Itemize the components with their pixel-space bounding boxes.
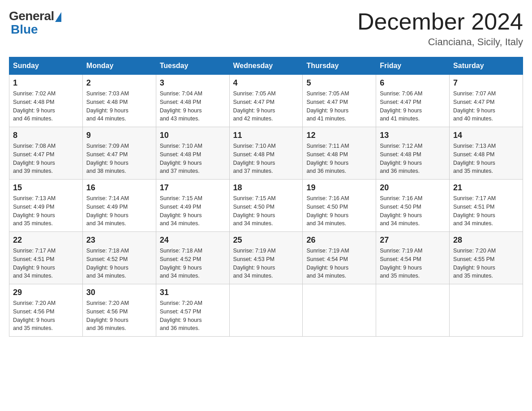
day-info: Sunrise: 7:11 AMSunset: 4:48 PMDaylight:… [306,142,372,176]
day-info: Sunrise: 7:19 AMSunset: 4:54 PMDaylight:… [380,247,446,280]
day-number: 12 [306,131,372,140]
day-number: 5 [306,78,372,88]
calendar-day-cell: 22Sunrise: 7:17 AMSunset: 4:51 PMDayligh… [9,232,83,284]
day-info: Sunrise: 7:18 AMSunset: 4:52 PMDaylight:… [160,247,226,280]
calendar-day-cell: 15Sunrise: 7:13 AMSunset: 4:49 PMDayligh… [9,180,83,232]
logo-general-text: General [9,9,54,23]
weekday-header-wednesday: Wednesday [229,57,303,75]
day-info: Sunrise: 7:17 AMSunset: 4:51 PMDaylight:… [13,247,79,280]
calendar-header-row: SundayMondayTuesdayWednesdayThursdayFrid… [9,57,523,75]
day-info: Sunrise: 7:17 AMSunset: 4:51 PMDaylight:… [453,194,519,228]
location-title: Cianciana, Sicily, Italy [357,36,523,48]
weekday-header-saturday: Saturday [450,57,523,75]
calendar-table: SundayMondayTuesdayWednesdayThursdayFrid… [9,57,523,337]
page-header: General Blue December 2024 Cianciana, Si… [9,9,523,48]
day-info: Sunrise: 7:13 AMSunset: 4:48 PMDaylight:… [453,142,519,176]
calendar-day-cell: 14Sunrise: 7:13 AMSunset: 4:48 PMDayligh… [450,127,523,180]
day-number: 14 [453,131,519,140]
calendar-day-cell: 7Sunrise: 7:07 AMSunset: 4:47 PMDaylight… [450,75,523,127]
day-number: 20 [380,183,446,193]
empty-cell [303,284,376,337]
calendar-day-cell: 25Sunrise: 7:19 AMSunset: 4:53 PMDayligh… [229,232,303,284]
day-number: 22 [13,235,79,245]
calendar-day-cell: 23Sunrise: 7:18 AMSunset: 4:52 PMDayligh… [82,232,156,284]
calendar-week-row: 22Sunrise: 7:17 AMSunset: 4:51 PMDayligh… [9,232,523,284]
day-number: 18 [233,183,299,193]
weekday-header-sunday: Sunday [9,57,83,75]
calendar-day-cell: 30Sunrise: 7:20 AMSunset: 4:56 PMDayligh… [82,284,156,337]
calendar-day-cell: 10Sunrise: 7:10 AMSunset: 4:48 PMDayligh… [156,127,229,180]
day-number: 4 [233,78,299,88]
calendar-week-row: 15Sunrise: 7:13 AMSunset: 4:49 PMDayligh… [9,180,523,232]
day-info: Sunrise: 7:10 AMSunset: 4:48 PMDaylight:… [160,142,226,176]
calendar-week-row: 1Sunrise: 7:02 AMSunset: 4:48 PMDaylight… [9,75,523,127]
day-number: 8 [13,131,79,140]
day-info: Sunrise: 7:06 AMSunset: 4:47 PMDaylight:… [380,90,446,123]
day-number: 30 [86,288,152,297]
day-number: 9 [86,131,152,140]
day-number: 25 [233,235,299,245]
empty-cell [450,284,523,337]
day-number: 3 [160,78,226,88]
day-number: 24 [160,235,226,245]
calendar-day-cell: 17Sunrise: 7:15 AMSunset: 4:49 PMDayligh… [156,180,229,232]
calendar-week-row: 29Sunrise: 7:20 AMSunset: 4:56 PMDayligh… [9,284,523,337]
day-number: 1 [13,78,79,88]
calendar-day-cell: 2Sunrise: 7:03 AMSunset: 4:48 PMDaylight… [82,75,156,127]
calendar-day-cell: 12Sunrise: 7:11 AMSunset: 4:48 PMDayligh… [303,127,376,180]
calendar-day-cell: 19Sunrise: 7:16 AMSunset: 4:50 PMDayligh… [303,180,376,232]
calendar-day-cell: 9Sunrise: 7:09 AMSunset: 4:47 PMDaylight… [82,127,156,180]
day-info: Sunrise: 7:05 AMSunset: 4:47 PMDaylight:… [306,90,372,123]
calendar-day-cell: 26Sunrise: 7:19 AMSunset: 4:54 PMDayligh… [303,232,376,284]
day-info: Sunrise: 7:09 AMSunset: 4:47 PMDaylight:… [86,142,152,176]
day-number: 23 [86,235,152,245]
day-info: Sunrise: 7:03 AMSunset: 4:48 PMDaylight:… [86,90,152,123]
day-number: 31 [160,288,226,297]
calendar-day-cell: 20Sunrise: 7:16 AMSunset: 4:50 PMDayligh… [376,180,450,232]
day-number: 2 [86,78,152,88]
day-number: 13 [380,131,446,140]
calendar-day-cell: 13Sunrise: 7:12 AMSunset: 4:48 PMDayligh… [376,127,450,180]
day-number: 29 [13,288,79,297]
day-info: Sunrise: 7:19 AMSunset: 4:54 PMDaylight:… [306,247,372,280]
calendar-day-cell: 8Sunrise: 7:08 AMSunset: 4:47 PMDaylight… [9,127,83,180]
logo-triangle-icon [55,12,61,22]
weekday-header-friday: Friday [376,57,450,75]
day-info: Sunrise: 7:13 AMSunset: 4:49 PMDaylight:… [13,194,79,228]
month-title: December 2024 [357,9,523,34]
weekday-header-tuesday: Tuesday [156,57,229,75]
day-info: Sunrise: 7:08 AMSunset: 4:47 PMDaylight:… [13,142,79,176]
calendar-day-cell: 3Sunrise: 7:04 AMSunset: 4:48 PMDaylight… [156,75,229,127]
calendar-day-cell: 4Sunrise: 7:05 AMSunset: 4:47 PMDaylight… [229,75,303,127]
calendar-day-cell: 6Sunrise: 7:06 AMSunset: 4:47 PMDaylight… [376,75,450,127]
calendar-day-cell: 16Sunrise: 7:14 AMSunset: 4:49 PMDayligh… [82,180,156,232]
day-info: Sunrise: 7:18 AMSunset: 4:52 PMDaylight:… [86,247,152,280]
calendar-day-cell: 1Sunrise: 7:02 AMSunset: 4:48 PMDaylight… [9,75,83,127]
calendar-day-cell: 24Sunrise: 7:18 AMSunset: 4:52 PMDayligh… [156,232,229,284]
day-number: 21 [453,183,519,193]
calendar-day-cell: 31Sunrise: 7:20 AMSunset: 4:57 PMDayligh… [156,284,229,337]
day-info: Sunrise: 7:16 AMSunset: 4:50 PMDaylight:… [380,194,446,228]
day-number: 6 [380,78,446,88]
calendar-day-cell: 18Sunrise: 7:15 AMSunset: 4:50 PMDayligh… [229,180,303,232]
day-info: Sunrise: 7:20 AMSunset: 4:56 PMDaylight:… [86,299,152,333]
logo: General Blue [9,9,61,37]
title-block: December 2024 Cianciana, Sicily, Italy [357,9,523,48]
day-info: Sunrise: 7:10 AMSunset: 4:48 PMDaylight:… [233,142,299,176]
day-info: Sunrise: 7:20 AMSunset: 4:57 PMDaylight:… [160,299,226,333]
calendar-day-cell: 5Sunrise: 7:05 AMSunset: 4:47 PMDaylight… [303,75,376,127]
day-number: 26 [306,235,372,245]
day-info: Sunrise: 7:15 AMSunset: 4:49 PMDaylight:… [160,194,226,228]
calendar-week-row: 8Sunrise: 7:08 AMSunset: 4:47 PMDaylight… [9,127,523,180]
logo-blue-text: Blue [11,22,38,37]
day-info: Sunrise: 7:07 AMSunset: 4:47 PMDaylight:… [453,90,519,123]
weekday-header-thursday: Thursday [303,57,376,75]
calendar-day-cell: 21Sunrise: 7:17 AMSunset: 4:51 PMDayligh… [450,180,523,232]
calendar-day-cell: 29Sunrise: 7:20 AMSunset: 4:56 PMDayligh… [9,284,83,337]
day-number: 15 [13,183,79,193]
day-number: 19 [306,183,372,193]
calendar-day-cell: 28Sunrise: 7:20 AMSunset: 4:55 PMDayligh… [450,232,523,284]
empty-cell [376,284,450,337]
day-info: Sunrise: 7:12 AMSunset: 4:48 PMDaylight:… [380,142,446,176]
day-info: Sunrise: 7:15 AMSunset: 4:50 PMDaylight:… [233,194,299,228]
